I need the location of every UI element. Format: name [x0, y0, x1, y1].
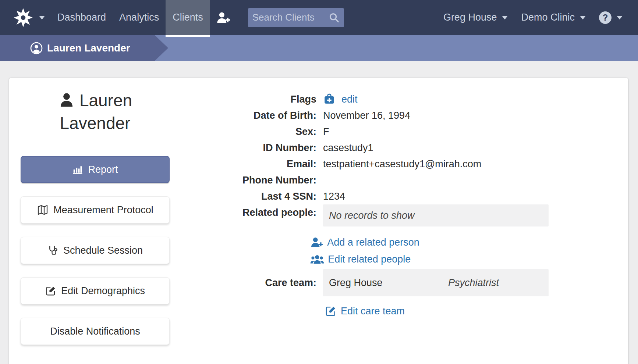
add-client-button[interactable]	[216, 10, 231, 25]
related-people-row: Related people: No records to show	[181, 204, 549, 226]
care-team-member-role: Psychiatrist	[448, 269, 499, 296]
care-team-label: Care team:	[181, 269, 316, 296]
nav-dashboard[interactable]: Dashboard	[57, 0, 107, 35]
report-button-label: Report	[88, 164, 118, 175]
dob-value: November 16, 1994	[323, 107, 549, 124]
disable-notifications-label: Disable Notifications	[50, 326, 140, 337]
edit-care-team-label: Edit care team	[341, 304, 405, 318]
phone-label: Phone Number:	[181, 172, 316, 188]
edit-care-team-link[interactable]: Edit care team	[325, 304, 405, 318]
search-icon[interactable]	[328, 12, 340, 23]
edit-demographics-label: Edit Demographics	[61, 285, 145, 297]
edit-care-team-wrap: Edit care team	[181, 304, 549, 318]
chevron-down-icon	[39, 16, 45, 19]
chevron-down-icon	[502, 16, 508, 19]
add-related-person-link[interactable]: Add a related person	[310, 235, 419, 249]
person-circle-icon	[30, 42, 43, 54]
flags-row: Flags edit	[181, 91, 549, 107]
email-label: Email:	[181, 156, 316, 172]
patient-card: Lauren Lavender Report Measurement Proto…	[9, 78, 628, 364]
chevron-down-icon	[617, 16, 623, 19]
detail-row-email: Email: testpatient+casestudy1@mirah.com	[181, 156, 549, 172]
measurement-protocol-label: Measurement Protocol	[53, 204, 153, 216]
disable-notifications-button[interactable]: Disable Notifications	[21, 318, 170, 345]
chevron-down-icon	[580, 16, 586, 19]
related-people-empty: No records to show	[323, 204, 549, 226]
schedule-session-button[interactable]: Schedule Session	[21, 237, 170, 264]
patient-details: Flags edit Date of Birth: November 16, 1…	[181, 78, 628, 364]
medical-bag-icon	[323, 93, 336, 105]
edit-related-people-label: Edit related people	[328, 252, 411, 266]
measurement-protocol-button[interactable]: Measurement Protocol	[21, 196, 170, 224]
user-plus-icon	[216, 10, 231, 25]
detail-row-sex: Sex: F	[181, 124, 549, 140]
breadcrumb-patient[interactable]: Lauren Lavender	[0, 35, 168, 61]
add-related-person-label: Add a related person	[327, 235, 419, 249]
detail-row-phone: Phone Number:	[181, 172, 549, 188]
edit-pencil-square-icon	[325, 305, 337, 317]
map-icon	[37, 204, 49, 216]
care-team-member-name: Greg House	[329, 277, 383, 288]
edit-related-people-link[interactable]: Edit related people	[310, 252, 411, 266]
bar-chart-icon	[72, 164, 83, 175]
top-navbar: Dashboard Analytics Clients Greg House D…	[0, 0, 638, 35]
flags-label: Flags	[181, 91, 316, 107]
dob-label: Date of Birth:	[181, 107, 316, 124]
patient-name-heading: Lauren Lavender	[21, 89, 170, 135]
stethoscope-icon	[47, 245, 59, 256]
search-input[interactable]	[252, 12, 328, 23]
edit-flags-link[interactable]: edit	[341, 94, 358, 105]
care-team-row: Care team: Greg House Psychiatrist	[181, 269, 549, 296]
related-people-label: Related people:	[181, 204, 316, 221]
edit-pencil-square-icon	[45, 285, 56, 296]
breadcrumb-patient-label: Lauren Lavender	[47, 42, 130, 54]
nav-analytics[interactable]: Analytics	[118, 0, 160, 35]
clinic-menu[interactable]: Demo Clinic	[521, 12, 586, 23]
breadcrumb: Lauren Lavender	[0, 35, 638, 61]
id-number-label: ID Number:	[181, 140, 316, 156]
nav-clients[interactable]: Clients	[166, 0, 210, 35]
user-menu[interactable]: Greg House	[443, 12, 508, 23]
report-button[interactable]: Report	[21, 156, 170, 183]
help-icon: ?	[599, 11, 612, 24]
related-people-links: Add a related person Edit related people	[181, 235, 549, 266]
user-menu-label: Greg House	[443, 12, 497, 23]
users-group-icon	[310, 253, 324, 265]
help-menu[interactable]: ?	[599, 11, 623, 24]
clinic-menu-label: Demo Clinic	[521, 12, 575, 23]
detail-row-dob: Date of Birth: November 16, 1994	[181, 107, 549, 124]
schedule-session-label: Schedule Session	[63, 245, 143, 256]
person-icon	[58, 92, 75, 108]
care-team-member-row: Greg House Psychiatrist	[323, 269, 549, 296]
sex-label: Sex:	[181, 124, 316, 140]
navbar-right: Greg House Demo Clinic ?	[443, 11, 638, 24]
email-value: testpatient+casestudy1@mirah.com	[323, 156, 549, 172]
edit-demographics-button[interactable]: Edit Demographics	[21, 277, 170, 304]
brand-menu[interactable]	[13, 8, 45, 28]
ssn-value: 1234	[323, 188, 549, 204]
id-number-value: casestudy1	[323, 140, 549, 156]
patient-actions-column: Lauren Lavender Report Measurement Proto…	[9, 78, 181, 364]
client-search	[248, 8, 344, 27]
sex-value: F	[323, 124, 549, 140]
ssn-label: Last 4 SSN:	[181, 188, 316, 204]
detail-row-ssn: Last 4 SSN: 1234	[181, 188, 549, 204]
detail-row-id: ID Number: casestudy1	[181, 140, 549, 156]
user-plus-icon	[310, 236, 323, 249]
mirah-logo-icon	[13, 8, 33, 28]
